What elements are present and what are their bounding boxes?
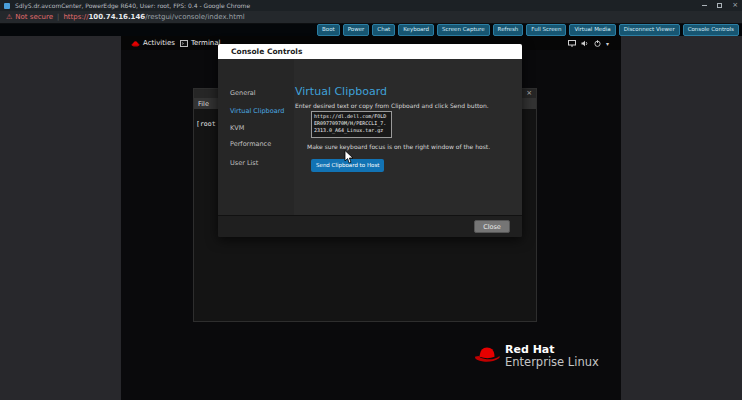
keyboard-button[interactable]: Keyboard <box>398 24 434 36</box>
dialog-footer: Close <box>218 215 522 237</box>
send-clipboard-button[interactable]: Send Clipboard to Host <box>311 159 384 172</box>
terminal-close-icon[interactable]: × <box>526 89 532 98</box>
dialog-body: General Virtual Clipboard KVM Performanc… <box>218 59 522 215</box>
activities-label: Activities <box>143 39 175 47</box>
keyboard-focus-note: Make sure keyboard focus is on the right… <box>307 143 490 150</box>
power-icon <box>594 40 601 47</box>
minimize-icon[interactable] <box>702 5 707 6</box>
chevron-down-icon: ▾ <box>606 40 609 47</box>
idrac-console-toolbar: Boot Power Chat Keyboard Screen Capture … <box>0 24 742 36</box>
browser-window-title: SdlyS.dr.avcomCenter, PowerEdge R640, Us… <box>15 2 250 9</box>
dialog-sidebar: General Virtual Clipboard KVM Performanc… <box>218 59 294 215</box>
power-button[interactable]: Power <box>343 24 370 36</box>
terminal-app-label: Terminal <box>191 39 221 47</box>
rhel-logo-line2: Enterprise Linux <box>505 356 599 369</box>
refresh-button[interactable]: Refresh <box>493 24 524 36</box>
window-controls: × <box>702 0 738 11</box>
terminal-app-menu[interactable]: Terminal <box>180 39 221 47</box>
redhat-fedora-icon <box>473 343 501 367</box>
url-protocol: https:// <box>63 13 88 21</box>
rhel-logo-text: Red Hat Enterprise Linux <box>505 343 599 369</box>
disconnect-viewer-button[interactable]: Disconnect Viewer <box>619 24 680 36</box>
volume-icon <box>581 40 589 47</box>
virtual-media-button[interactable]: Virtual Media <box>569 24 615 36</box>
sidebar-item-kvm[interactable]: KVM <box>230 124 244 132</box>
maximize-icon[interactable] <box>717 3 722 8</box>
browser-address-bar[interactable]: ⚠ Not secure | https:// 100.74.16.146 /r… <box>0 11 742 24</box>
full-screen-button[interactable]: Full Screen <box>526 24 566 36</box>
dialog-main-panel: Virtual Clipboard Enter desired text or … <box>294 59 522 215</box>
terminal-icon <box>180 40 188 47</box>
terminal-file-menu[interactable]: File <box>198 100 209 108</box>
rhel-wallpaper-logo: Red Hat Enterprise Linux <box>473 343 599 369</box>
virtual-clipboard-heading: Virtual Clipboard <box>295 85 387 98</box>
browser-favicon <box>4 3 10 9</box>
gnome-top-bar-left: Activities Terminal <box>131 39 221 47</box>
url-host: 100.74.16.146 <box>89 13 146 21</box>
not-secure-label[interactable]: Not secure <box>15 13 53 21</box>
dialog-close-button[interactable]: Close <box>474 220 510 233</box>
dialog-title: Console Controls <box>218 44 522 59</box>
activities-menu[interactable]: Activities <box>131 39 175 47</box>
screen-capture-button[interactable]: Screen Capture <box>437 24 490 36</box>
browser-titlebar: SdlyS.dr.avcomCenter, PowerEdge R640, Us… <box>0 0 742 11</box>
sidebar-item-general[interactable]: General <box>230 89 256 97</box>
not-secure-warning-icon: ⚠ <box>6 13 12 21</box>
sidebar-item-performance[interactable]: Performance <box>230 140 271 148</box>
url-path: /restgui/vconsole/index.html <box>145 13 245 21</box>
chat-button[interactable]: Chat <box>372 24 395 36</box>
screenshot-root: SdlyS.dr.avcomCenter, PowerEdge R640, Us… <box>0 0 742 400</box>
display-icon <box>568 40 576 47</box>
gnome-status-area[interactable]: ▾ <box>568 36 609 50</box>
clipboard-textarea[interactable]: https://dl.dell.com/FOLDER09770970M/H/PE… <box>311 111 392 138</box>
redhat-hat-icon <box>131 40 140 47</box>
terminal-prompt: [root <box>196 120 216 128</box>
virtual-clipboard-description: Enter desired text or copy from Clipboar… <box>295 102 489 109</box>
sidebar-item-virtual-clipboard[interactable]: Virtual Clipboard <box>230 107 284 115</box>
console-controls-dialog: Console Controls General Virtual Clipboa… <box>218 44 522 237</box>
sidebar-item-user-list[interactable]: User List <box>230 159 258 167</box>
url-divider: | <box>57 13 59 21</box>
console-controls-button[interactable]: Console Controls <box>683 24 739 36</box>
boot-button[interactable]: Boot <box>317 24 340 36</box>
close-icon[interactable]: × <box>732 0 738 11</box>
dialog-header: Console Controls <box>218 44 522 59</box>
